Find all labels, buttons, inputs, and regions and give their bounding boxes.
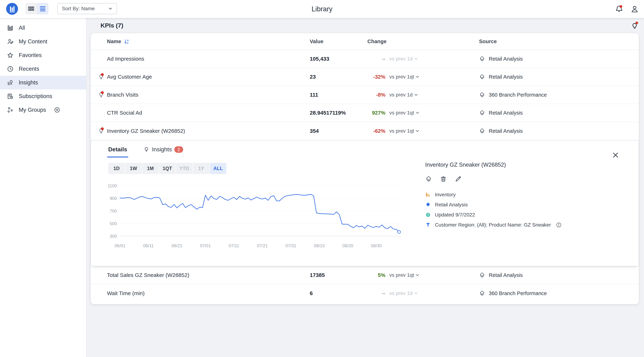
range-button-1m[interactable]: 1M xyxy=(142,163,159,174)
sidebar-item-insights[interactable]: Insights xyxy=(0,76,86,89)
svg-text:08/10: 08/10 xyxy=(314,243,325,248)
sidebar-item-label: My Content xyxy=(19,38,47,45)
close-icon[interactable] xyxy=(612,151,619,159)
meta-label: Inventory xyxy=(435,192,456,198)
sidebar-item-all[interactable]: All xyxy=(0,21,86,35)
insights-icon xyxy=(7,79,14,86)
change-percent: -- xyxy=(368,291,386,296)
sidebar-item-my-groups[interactable]: My Groups xyxy=(0,103,86,117)
clock-teal-icon xyxy=(425,212,431,218)
source-label: Retail Analysis xyxy=(489,74,523,80)
column-header-label: Name xyxy=(107,38,121,44)
sidebar-item-label: Favorites xyxy=(19,52,42,58)
kpi-change: -62%vs prev 1qt xyxy=(368,128,479,134)
list-view-icon xyxy=(39,5,46,12)
tab-details[interactable]: Details xyxy=(108,146,127,157)
app-logo[interactable] xyxy=(6,3,18,15)
table-header-row: NameAZValueChangeSource xyxy=(91,33,639,50)
svg-text:08/20: 08/20 xyxy=(342,243,353,248)
table-row[interactable]: Total Sales GZ Sneaker (W26852)173855%vs… xyxy=(91,266,639,284)
kpi-name: Ad Impressions xyxy=(107,56,310,62)
change-basis-dropdown[interactable]: vs prev 1d xyxy=(389,56,419,62)
kpi-change: --vs prev 1d xyxy=(368,56,479,62)
source-label: Retail Analysis xyxy=(489,56,523,62)
row-insight-flag xyxy=(98,127,107,135)
table-row[interactable]: CTR Social Ad28.94517119%927%vs prev 1qt… xyxy=(91,104,639,122)
source-link[interactable]: Retail Analysis xyxy=(479,110,639,116)
change-basis-dropdown[interactable]: vs prev 1d xyxy=(389,291,419,296)
time-range-control: 1D1W1M1QTYTD1YALL xyxy=(108,163,226,174)
subscriptions-icon xyxy=(7,93,14,100)
meta-label: Customer Region: (All); Product Name: GZ… xyxy=(435,222,551,228)
change-basis-dropdown[interactable]: vs prev 1d xyxy=(389,92,419,98)
table-row[interactable]: Avg Customer Age23-32%vs prev 1qtRetail … xyxy=(91,68,639,86)
kpi-name: Avg Customer Age xyxy=(107,74,310,80)
kpi-change: 5%vs prev 1qt xyxy=(368,272,479,278)
kpi-name: Total Sales GZ Sneaker (W26852) xyxy=(107,272,310,278)
kpi-value: 354 xyxy=(310,128,368,134)
change-basis-dropdown[interactable]: vs prev 1qt xyxy=(389,128,420,134)
range-button-1qt[interactable]: 1QT xyxy=(159,163,176,174)
chevron-down-icon xyxy=(415,272,420,278)
change-percent: 5% xyxy=(368,272,386,278)
kpi-name: CTR Social Ad xyxy=(107,110,310,116)
edit-icon[interactable] xyxy=(455,176,462,182)
column-header-name[interactable]: NameAZ xyxy=(107,38,310,45)
meta-row-inventory: Inventory xyxy=(425,190,623,200)
source-link[interactable]: 360 Branch Performance xyxy=(479,92,639,98)
range-button-1d[interactable]: 1D xyxy=(108,163,125,174)
source-link[interactable]: Retail Analysis xyxy=(479,74,639,80)
svg-text:06/01: 06/01 xyxy=(114,243,125,248)
svg-text:07/01: 07/01 xyxy=(200,243,211,248)
sidebar-item-favorites[interactable]: Favorites xyxy=(0,48,86,62)
info-icon[interactable] xyxy=(556,222,562,228)
source-label: Retail Analysis xyxy=(489,128,523,134)
range-button-1w[interactable]: 1W xyxy=(125,163,142,174)
source-link[interactable]: Retail Analysis xyxy=(479,128,639,134)
svg-text:1100: 1100 xyxy=(108,183,117,188)
sidebar-item-subscriptions[interactable]: Subscriptions xyxy=(0,89,86,103)
trash-icon[interactable] xyxy=(440,176,447,182)
kpi-info-panel: Inventory GZ Sneaker (W26852) InventoryR… xyxy=(425,162,623,230)
kpi-value: 23 xyxy=(310,74,368,80)
source-label: Retail Analysis xyxy=(489,272,523,278)
sidebar-item-my-content[interactable]: My Content xyxy=(0,35,86,48)
change-basis-label: vs prev 1d xyxy=(389,56,412,62)
grid-view-button[interactable] xyxy=(26,3,37,14)
kpi-insights-bulb-button[interactable] xyxy=(630,21,639,30)
change-basis-dropdown[interactable]: vs prev 1qt xyxy=(389,110,420,116)
source-diamond-icon[interactable] xyxy=(425,176,432,182)
bell-icon[interactable] xyxy=(615,5,624,13)
svg-text:07/21: 07/21 xyxy=(257,243,268,248)
source-label: 360 Branch Performance xyxy=(489,92,547,98)
chevron-down-icon xyxy=(413,291,419,296)
meta-label: Retail Analysis xyxy=(435,202,468,208)
svg-text:700: 700 xyxy=(110,209,117,213)
insight-bulb-red-icon xyxy=(98,127,105,134)
range-button-all[interactable]: ALL xyxy=(210,163,226,174)
sidebar-item-label: My Groups xyxy=(19,107,46,113)
change-basis-dropdown[interactable]: vs prev 1qt xyxy=(389,272,420,278)
tab-insights[interactable]: Insights2 xyxy=(143,146,183,157)
table-row[interactable]: Ad Impressions105,433--vs prev 1dRetail … xyxy=(91,50,639,68)
table-row[interactable]: Branch Visits111-8%vs prev 1d360 Branch … xyxy=(91,86,639,104)
funnel-icon xyxy=(425,222,431,228)
sort-by-dropdown[interactable]: Sort By: Name xyxy=(57,3,117,14)
change-basis-label: vs prev 1qt xyxy=(389,74,414,80)
source-link[interactable]: 360 Branch Performance xyxy=(479,290,639,296)
change-basis-dropdown[interactable]: vs prev 1qt xyxy=(389,74,420,80)
person-icon[interactable] xyxy=(630,5,639,13)
table-row[interactable]: Inventory GZ Sneaker (W26852)354-62%vs p… xyxy=(91,122,639,140)
table-row[interactable]: Wait Time (min)6--vs prev 1d360 Branch P… xyxy=(91,284,639,302)
list-view-button[interactable] xyxy=(37,3,48,14)
change-basis-label: vs prev 1qt xyxy=(389,110,414,116)
source-diamond-icon xyxy=(479,56,485,62)
sidebar-item-recents[interactable]: Recents xyxy=(0,62,86,76)
add-group-icon[interactable] xyxy=(54,107,60,113)
source-link[interactable]: Retail Analysis xyxy=(479,272,639,278)
change-percent: -62% xyxy=(368,128,386,134)
view-toggle xyxy=(26,3,48,14)
meta-row-updated-9-7-2022: Updated 9/7/2022 xyxy=(425,210,623,220)
svg-text:500: 500 xyxy=(110,221,117,226)
source-link[interactable]: Retail Analysis xyxy=(479,56,639,62)
